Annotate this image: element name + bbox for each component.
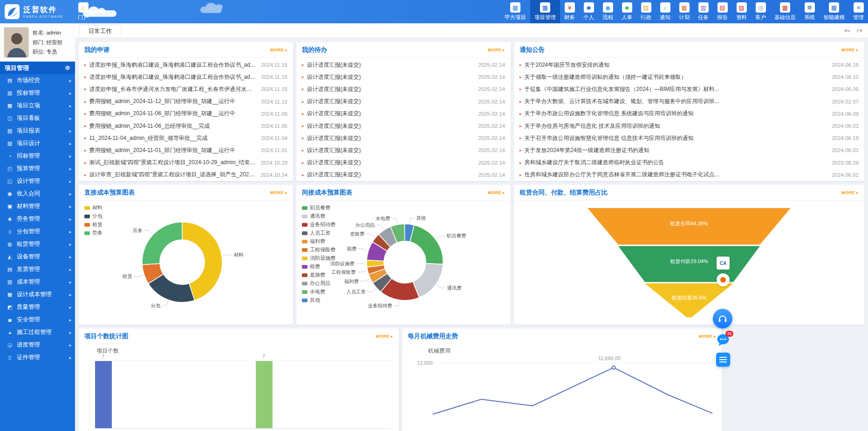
list-item[interactable]: 设计进度汇报(未提交)2025.02.14 <box>296 83 511 95</box>
funnel-segment[interactable] <box>618 246 760 282</box>
sidebar-item-income-contract[interactable]: ◉收入合同 <box>0 188 75 200</box>
legend-item[interactable]: 通讯费 <box>302 213 335 220</box>
nav-report[interactable]: ▤报告 <box>713 0 732 23</box>
list-item[interactable]: 测试_彭祖新城“四馆”景观工程设计项目_2024-10-29_admin_结束_… <box>79 157 293 169</box>
list-item[interactable]: 设计进度汇报(未提交)2025.02.14 <box>296 132 511 144</box>
list-item[interactable]: 进度款申报_珠海鹤港口建设_珠海鹤港口建设工程合作协议书_admin_...20… <box>79 59 293 71</box>
more-link[interactable]: MORE <box>841 190 859 195</box>
legend-item[interactable]: 差旅费 <box>302 271 335 278</box>
sidebar-item-subcontract[interactable]: ◊分包管理 <box>0 225 75 238</box>
more-link[interactable]: MORE <box>270 48 287 52</box>
list-item[interactable]: 设计进度汇报(未提交)2025.02.14 <box>296 144 511 156</box>
list-item[interactable]: 关于2024年国庆节放假安排的通知2024.06.15 <box>514 59 864 71</box>
list-item[interactable]: 设计进度汇报(未提交)2025.02.14 <box>296 169 511 181</box>
nav-notification[interactable]: ♪通知 <box>656 0 675 23</box>
legend-item[interactable]: 租赁 <box>84 221 103 228</box>
nav-task[interactable]: ▥任务 <box>694 0 713 23</box>
legend-item[interactable]: 消防设施费 <box>302 255 335 262</box>
legend-item[interactable]: 办公用品 <box>302 280 335 287</box>
list-item[interactable]: 关于领取一级注册建造师培训贴的通知（须持一建证书前来领取）2024.06.10 <box>514 71 864 83</box>
list-item[interactable]: 房和城乡建设厅关于取消二级建造师临时执业证书的公告2023.08.29 <box>514 157 864 169</box>
legend-item[interactable]: 业务招待费 <box>302 221 335 228</box>
more-link[interactable]: MORE <box>488 48 505 52</box>
list-item[interactable]: 费用报销_admin_2024-11-06_部门经理审批_胡建__运行中2024… <box>79 108 293 120</box>
nav-party-a-project[interactable]: ▦甲方项目 <box>500 0 530 23</box>
list-item[interactable]: 关于召开市政公用设施智慧化管理信息 信息技术与应用培训班的通知2024.06.1… <box>514 132 864 144</box>
nav-document[interactable]: ▨资料 <box>732 0 751 23</box>
chat-panel-button[interactable] <box>716 353 730 367</box>
list-item[interactable]: 设计进度汇报(未提交)2025.02.14 <box>296 157 511 169</box>
legend-item[interactable]: 材料 <box>84 204 103 211</box>
sidebar-item-cost[interactable]: ▥成本管理 <box>0 276 75 288</box>
sidebar-item-design-mgmt[interactable]: ◱设计管理 <box>0 175 75 188</box>
list-item[interactable]: 于征集《中国建筑施工行业信息化发展报告（2024）—BIM应用与发展》材料...… <box>514 83 864 95</box>
more-link[interactable]: MORE <box>488 190 505 195</box>
sidebar-item-certificate[interactable]: ▯证件管理 <box>0 351 75 364</box>
more-link[interactable]: MORE <box>841 48 859 52</box>
list-item[interactable]: 设计进度汇报(未提交)2025.02.14 <box>296 71 511 83</box>
legend-item[interactable]: 职员餐费 <box>302 204 335 211</box>
list-item[interactable]: 关于举办大数据、云计算技术在城市建设、规划、管理与服务中的应用培训班...202… <box>514 96 864 108</box>
sidebar-item-safety[interactable]: ◙安全管理 <box>0 313 75 326</box>
list-item[interactable]: 关于举办市政公用设施数字化管理信息 系统建设与应用培训班的通知2024.06.0… <box>514 108 864 120</box>
expand-icon[interactable] <box>856 27 863 34</box>
sidebar-item-project-design[interactable]: ▨项目设计 <box>0 137 75 150</box>
list-item[interactable]: 设计进度汇报(未提交)2025.02.14 <box>296 59 511 71</box>
sidebar-item-design-cost[interactable]: ▦设计成本管理 <box>0 288 75 301</box>
list-item[interactable]: 进度款申报_长春市伊通河水力发电厂改建工程_长春市伊通河水力发电...2024.… <box>79 83 293 95</box>
key-icon[interactable] <box>844 27 851 34</box>
data-point[interactable] <box>612 366 615 369</box>
legend-item[interactable]: 其他 <box>302 297 335 304</box>
legend-item[interactable]: 分包 <box>84 213 103 220</box>
qq-contact-widget[interactable] <box>717 273 730 286</box>
list-item[interactable]: 关于发放2024年第24批一级建造师注册证书的通知2024.06.01 <box>514 144 864 156</box>
nav-personal[interactable]: ☻个人 <box>579 0 598 23</box>
tab-daily-work[interactable]: 日常工作 <box>79 25 122 38</box>
legend-item[interactable]: 工程保险费 <box>302 246 335 253</box>
list-item[interactable]: 设计进度汇报(未提交)2025.02.14 <box>296 120 511 132</box>
customer-service-button[interactable] <box>713 309 732 328</box>
sidebar-item-labor[interactable]: ◈劳务管理 <box>0 213 75 225</box>
nav-customer[interactable]: ◎客户 <box>751 0 770 23</box>
gear-icon[interactable] <box>65 64 70 71</box>
sidebar-item-project-initiation[interactable]: ▦项目立项 <box>0 99 75 112</box>
chart-slice[interactable] <box>410 225 443 264</box>
nav-finance[interactable]: ¥财务 <box>560 0 579 23</box>
nav-intelligent-modeling[interactable]: ▦智能建模 <box>819 0 849 23</box>
list-item[interactable]: 关于举办住房与房地产信息化 技术及应用培训班的通知2024.06.01 <box>514 120 864 132</box>
nav-system[interactable]: ☸系统 <box>800 0 819 23</box>
nav-project-management[interactable]: ▦项目管理 <box>530 0 560 23</box>
legend-item[interactable]: 水电费 <box>302 288 335 295</box>
sidebar-item-material[interactable]: ▣材料管理 <box>0 200 75 213</box>
user-avatar[interactable] <box>4 27 29 58</box>
legend-item[interactable]: 税费 <box>302 263 335 270</box>
nav-base-info[interactable]: ▦基础信息 <box>770 0 800 23</box>
legend-item[interactable]: 福利费 <box>302 238 335 245</box>
list-item[interactable]: 设计审查_彭祖新城“四馆”景观工程设计项目_请选择_胡产生_2024-10-2.… <box>79 169 293 181</box>
app-logo[interactable]: 泛普软件 FANPU SOFTWARE <box>0 4 74 19</box>
nav-workflow[interactable]: ◉流程 <box>598 0 617 23</box>
more-link[interactable]: MORE <box>270 190 287 195</box>
list-item[interactable]: 11_2024-11-04_admin_经营部_领导审批__完成2024.11.… <box>79 132 293 144</box>
sidebar-item-tender[interactable]: ◔招标管理 <box>0 150 75 162</box>
nav-administration[interactable]: ▤行政 <box>636 0 656 23</box>
chart-slice[interactable] <box>142 222 182 264</box>
sidebar-item-project-report[interactable]: ▧项目报表 <box>0 125 75 137</box>
legend-item[interactable]: 人员工资 <box>302 229 335 236</box>
nav-plan[interactable]: ▦计划 <box>675 0 694 23</box>
list-item[interactable]: 费用报销_admin_2024-11-06_总经理审批__完成2024.11.0… <box>79 120 293 132</box>
more-link[interactable]: MORE <box>376 334 393 339</box>
sidebar-item-progress[interactable]: ◶进度管理 <box>0 339 75 351</box>
sidebar-item-lease[interactable]: ◍租赁管理 <box>0 238 75 250</box>
nav-hr[interactable]: ☻人事 <box>617 0 636 23</box>
list-item[interactable]: 费用报销_admin_2024-11-01_部门经理审批_胡建__运行中2024… <box>79 144 293 156</box>
list-item[interactable]: 费用报销_admin_2024-11-12_部门经理审批_胡建__运行中2024… <box>79 96 293 108</box>
legend-item[interactable]: 劳务 <box>84 229 103 236</box>
more-link[interactable]: MORE <box>699 334 716 339</box>
ca-widget[interactable]: CA <box>717 257 730 270</box>
nav-management[interactable]: ≡管理 <box>849 0 868 23</box>
sidebar-item-invoice[interactable]: ▤发票管理 <box>0 263 75 276</box>
sidebar-item-bidding[interactable]: ▥投标管理 <box>0 87 75 99</box>
sidebar-item-quality[interactable]: ◩质量管理 <box>0 301 75 313</box>
list-item[interactable]: 设计进度汇报(未提交)2025.02.14 <box>296 108 511 120</box>
